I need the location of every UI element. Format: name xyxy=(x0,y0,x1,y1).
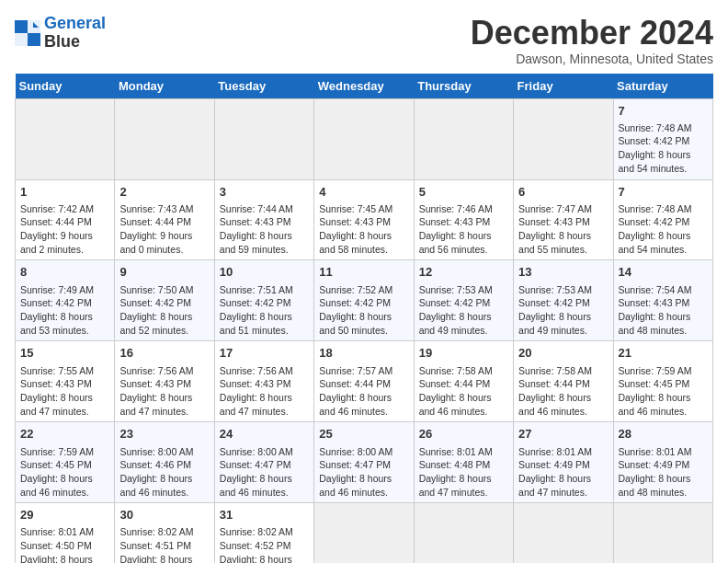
day-number: 15 xyxy=(20,345,109,362)
sunrise-text: Sunrise: 7:45 AM xyxy=(319,202,408,216)
sunset-text: Sunset: 4:49 PM xyxy=(518,458,608,472)
calendar-cell: 7Sunrise: 7:48 AMSunset: 4:42 PMDaylight… xyxy=(613,179,712,260)
daylight-text: Daylight: 8 hours and 53 minutes. xyxy=(20,310,109,337)
day-number: 7 xyxy=(619,184,708,201)
calendar-cell xyxy=(115,98,214,179)
title-area: December 2024 Dawson, Minnesota, United … xyxy=(471,15,713,66)
day-header-monday: Monday xyxy=(115,74,214,99)
day-header-sunday: Sunday xyxy=(16,74,115,99)
calendar-cell: 5Sunrise: 7:46 AMSunset: 4:43 PMDaylight… xyxy=(414,179,513,260)
sunrise-text: Sunrise: 7:57 AM xyxy=(319,364,408,378)
calendar-cell xyxy=(314,98,414,179)
logo: General Blue xyxy=(15,15,106,52)
day-number: 20 xyxy=(518,345,608,362)
sunrise-text: Sunrise: 8:00 AM xyxy=(220,445,309,459)
daylight-text: Daylight: 8 hours and 52 minutes. xyxy=(119,310,209,337)
day-header-wednesday: Wednesday xyxy=(314,74,414,99)
logo-line2: Blue xyxy=(44,33,106,52)
day-number: 28 xyxy=(619,426,708,442)
sunrise-text: Sunrise: 7:55 AM xyxy=(20,364,109,378)
calendar-cell: 12Sunrise: 7:53 AMSunset: 4:42 PMDayligh… xyxy=(414,260,513,341)
sunset-text: Sunset: 4:47 PM xyxy=(220,458,309,472)
calendar-cell: 20Sunrise: 7:58 AMSunset: 4:44 PMDayligh… xyxy=(514,341,613,422)
daylight-text: Daylight: 8 hours and 51 minutes. xyxy=(220,310,309,337)
daylight-text: Daylight: 8 hours and 54 minutes. xyxy=(619,229,708,256)
daylight-text: Daylight: 8 hours and 50 minutes. xyxy=(319,310,408,337)
sunset-text: Sunset: 4:52 PM xyxy=(220,539,309,553)
calendar-cell xyxy=(514,503,613,563)
sunrise-text: Sunrise: 7:44 AM xyxy=(220,202,309,216)
calendar-cell: 15Sunrise: 7:55 AMSunset: 4:43 PMDayligh… xyxy=(16,341,115,422)
sunrise-text: Sunrise: 7:58 AM xyxy=(518,364,608,378)
daylight-text: Daylight: 8 hours and 46 minutes. xyxy=(319,472,408,499)
calendar-cell: 11Sunrise: 7:52 AMSunset: 4:42 PMDayligh… xyxy=(314,260,414,341)
calendar-cell xyxy=(414,98,513,179)
day-number: 24 xyxy=(220,426,309,442)
day-number: 25 xyxy=(319,426,408,442)
daylight-text: Daylight: 8 hours and 59 minutes. xyxy=(220,229,309,256)
sunrise-text: Sunrise: 7:47 AM xyxy=(518,202,608,216)
sunrise-text: Sunrise: 8:00 AM xyxy=(119,445,209,459)
day-number: 7 xyxy=(619,103,708,120)
daylight-text: Daylight: 8 hours and 47 minutes. xyxy=(518,472,608,499)
sunset-text: Sunset: 4:42 PM xyxy=(619,215,708,229)
day-number: 10 xyxy=(220,264,309,281)
calendar-table: SundayMondayTuesdayWednesdayThursdayFrid… xyxy=(15,74,713,563)
calendar-cell xyxy=(314,503,414,563)
sunset-text: Sunset: 4:44 PM xyxy=(20,215,109,229)
day-number: 23 xyxy=(119,426,209,442)
sunset-text: Sunset: 4:43 PM xyxy=(220,215,309,229)
daylight-text: Daylight: 8 hours and 49 minutes. xyxy=(518,310,608,337)
calendar-cell: 27Sunrise: 8:01 AMSunset: 4:49 PMDayligh… xyxy=(514,422,613,503)
sunset-text: Sunset: 4:42 PM xyxy=(20,296,109,310)
daylight-text: Daylight: 9 hours and 2 minutes. xyxy=(20,229,109,256)
calendar-cell: 30Sunrise: 8:02 AMSunset: 4:51 PMDayligh… xyxy=(115,503,214,563)
day-number: 19 xyxy=(419,345,508,362)
daylight-text: Daylight: 8 hours and 46 minutes. xyxy=(119,472,209,499)
calendar-cell: 21Sunrise: 7:59 AMSunset: 4:45 PMDayligh… xyxy=(613,341,712,422)
sunrise-text: Sunrise: 7:46 AM xyxy=(419,202,508,216)
calendar-cell xyxy=(414,503,513,563)
sunset-text: Sunset: 4:47 PM xyxy=(319,458,408,472)
day-number: 6 xyxy=(518,184,608,201)
daylight-text: Daylight: 8 hours and 55 minutes. xyxy=(518,229,608,256)
calendar-cell: 22Sunrise: 7:59 AMSunset: 4:45 PMDayligh… xyxy=(16,422,115,503)
sunset-text: Sunset: 4:44 PM xyxy=(419,377,508,391)
day-number: 17 xyxy=(220,345,309,362)
svg-rect-3 xyxy=(28,33,40,46)
daylight-text: Daylight: 8 hours and 49 minutes. xyxy=(419,310,508,337)
day-header-thursday: Thursday xyxy=(414,74,513,99)
day-number: 22 xyxy=(20,426,109,442)
sunset-text: Sunset: 4:49 PM xyxy=(619,458,708,472)
daylight-text: Daylight: 8 hours and 58 minutes. xyxy=(319,229,408,256)
calendar-cell xyxy=(16,98,115,179)
sunrise-text: Sunrise: 7:52 AM xyxy=(319,283,408,297)
calendar-cell: 29Sunrise: 8:01 AMSunset: 4:50 PMDayligh… xyxy=(16,503,115,563)
sunrise-text: Sunrise: 7:58 AM xyxy=(419,364,508,378)
calendar-week-1: 1Sunrise: 7:42 AMSunset: 4:44 PMDaylight… xyxy=(16,179,713,260)
sunrise-text: Sunrise: 8:00 AM xyxy=(319,445,408,459)
daylight-text: Daylight: 8 hours and 48 minutes. xyxy=(619,472,708,499)
day-number: 21 xyxy=(619,345,708,362)
sunrise-text: Sunrise: 8:01 AM xyxy=(20,525,109,539)
daylight-text: Daylight: 8 hours and 46 minutes. xyxy=(220,472,309,499)
calendar-cell: 24Sunrise: 8:00 AMSunset: 4:47 PMDayligh… xyxy=(214,422,313,503)
sunrise-text: Sunrise: 8:01 AM xyxy=(518,445,608,459)
daylight-text: Daylight: 8 hours and 46 minutes. xyxy=(419,391,508,418)
calendar-cell: 7Sunrise: 7:48 AMSunset: 4:42 PMDaylight… xyxy=(613,98,712,179)
svg-rect-0 xyxy=(15,20,28,33)
logo-text: General Blue xyxy=(44,15,106,52)
sunset-text: Sunset: 4:44 PM xyxy=(119,215,209,229)
sunrise-text: Sunrise: 8:02 AM xyxy=(119,525,209,539)
calendar-cell: 19Sunrise: 7:58 AMSunset: 4:44 PMDayligh… xyxy=(414,341,513,422)
day-number: 27 xyxy=(518,426,608,442)
daylight-text: Daylight: 8 hours and 47 minutes. xyxy=(419,472,508,499)
sunrise-text: Sunrise: 7:53 AM xyxy=(518,283,608,297)
day-number: 5 xyxy=(419,184,508,201)
day-number: 31 xyxy=(220,507,309,523)
daylight-text: Daylight: 8 hours and 49 minutes. xyxy=(119,553,209,563)
sunset-text: Sunset: 4:46 PM xyxy=(119,458,209,472)
svg-rect-2 xyxy=(15,33,28,46)
day-number: 26 xyxy=(419,426,508,442)
day-number: 14 xyxy=(619,264,708,281)
